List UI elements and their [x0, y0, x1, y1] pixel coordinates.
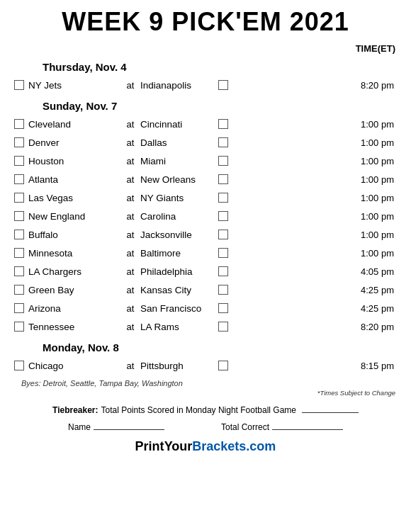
game-row: Tennessee at LA Rams 8:20 pm: [14, 317, 397, 336]
section-header-1: Sunday, Nov. 7: [43, 100, 397, 112]
team-home-1-3: Atlanta: [28, 174, 120, 185]
checkbox-home-1-5[interactable]: [14, 211, 24, 221]
checkbox-home-1-1[interactable]: [14, 137, 24, 147]
checkbox-away-1-8[interactable]: [218, 266, 228, 276]
checkbox-away-1-4[interactable]: [218, 193, 228, 203]
brand-print: Print: [135, 439, 164, 453]
game-row: Minnesota at Baltimore 1:00 pm: [14, 244, 397, 262]
checkbox-home-1-4[interactable]: [14, 193, 24, 203]
checkbox-away-1-11[interactable]: [218, 322, 228, 332]
team-away-1-0: Cincinnati: [140, 119, 218, 130]
team-away-wrap-1-0: Cincinnati: [140, 119, 232, 130]
checkbox-away-1-5[interactable]: [218, 211, 228, 221]
team-away-wrap-1-8: Philadelphia: [140, 266, 232, 277]
game-time-0-0: 8:20 pm: [232, 80, 397, 91]
game-row: Chicago at Pittsburgh 8:15 pm: [14, 356, 397, 375]
at-label: at: [120, 303, 140, 314]
brand-your: Your: [164, 439, 193, 453]
checkbox-home-1-3[interactable]: [14, 174, 24, 184]
team-away-wrap-0-0: Indianapolis: [140, 80, 232, 91]
tiebreaker-text: Total Points Scored in Monday Night Foot…: [101, 405, 296, 415]
at-label: at: [120, 285, 140, 295]
game-time-1-3: 1:00 pm: [232, 174, 397, 185]
checkbox-home-1-9[interactable]: [14, 285, 24, 295]
game-time-1-6: 1:00 pm: [232, 230, 397, 240]
checkbox-home-1-11[interactable]: [14, 322, 24, 332]
game-row: Atlanta at New Orleans 1:00 pm: [14, 170, 397, 188]
team-home-1-1: Denver: [28, 137, 120, 148]
at-label: at: [120, 80, 140, 91]
team-away-wrap-1-2: Miami: [140, 156, 232, 166]
team-away-wrap-1-11: LA Rams: [140, 322, 232, 332]
checkbox-away-1-1[interactable]: [218, 137, 228, 147]
team-away-wrap-1-4: NY Giants: [140, 193, 232, 203]
title: WEEK 9 PICK'EM 2021: [14, 7, 397, 36]
team-away-1-9: Kansas City: [140, 285, 218, 295]
at-label: at: [120, 211, 140, 222]
name-field[interactable]: [94, 429, 164, 430]
team-away-wrap-1-9: Kansas City: [140, 285, 232, 295]
team-home-2-0: Chicago: [28, 361, 120, 371]
brand-brackets: Brackets: [192, 439, 246, 453]
team-away-1-1: Dallas: [140, 137, 218, 148]
game-time-1-9: 4:25 pm: [232, 285, 397, 295]
checkbox-away-2-0[interactable]: [218, 361, 228, 370]
team-away-wrap-1-7: Baltimore: [140, 248, 232, 259]
at-label: at: [120, 322, 140, 332]
game-row: LA Chargers at Philadelphia 4:05 pm: [14, 262, 397, 281]
checkbox-home-1-0[interactable]: [14, 119, 24, 129]
checkbox-away-1-7[interactable]: [218, 248, 228, 258]
checkbox-home-0-0[interactable]: [14, 80, 24, 90]
checkbox-away-1-10[interactable]: [218, 303, 228, 313]
brand[interactable]: PrintYourBrackets.com: [14, 439, 397, 454]
checkbox-away-0-0[interactable]: [218, 80, 228, 90]
game-row: Cleveland at Cincinnati 1:00 pm: [14, 115, 397, 133]
at-label: at: [120, 119, 140, 130]
game-time-1-4: 1:00 pm: [232, 193, 397, 203]
at-label: at: [120, 193, 140, 203]
at-label: at: [120, 361, 140, 371]
team-home-1-10: Arizona: [28, 303, 120, 314]
checkbox-home-1-6[interactable]: [14, 230, 24, 239]
team-away-1-5: Carolina: [140, 211, 218, 222]
team-away-1-10: San Francisco: [140, 303, 218, 314]
game-time-2-0: 8:15 pm: [232, 361, 397, 371]
team-away-1-4: NY Giants: [140, 193, 218, 203]
checkbox-home-1-2[interactable]: [14, 156, 24, 166]
checkbox-home-1-8[interactable]: [14, 266, 24, 276]
game-row: Houston at Miami 1:00 pm: [14, 152, 397, 170]
game-time-1-10: 4:25 pm: [232, 303, 397, 314]
team-home-1-8: LA Chargers: [28, 266, 120, 277]
team-away-wrap-1-10: San Francisco: [140, 303, 232, 314]
total-correct-label: Total Correct: [221, 422, 269, 432]
tiebreaker-label: Tiebreaker:: [52, 405, 98, 415]
tiebreaker-underline: [302, 412, 359, 413]
checkbox-away-1-6[interactable]: [218, 230, 228, 239]
at-label: at: [120, 137, 140, 148]
game-row: New England at Carolina 1:00 pm: [14, 207, 397, 225]
game-time-1-2: 1:00 pm: [232, 156, 397, 166]
at-label: at: [120, 230, 140, 240]
name-label: Name: [68, 422, 91, 432]
team-home-1-5: New England: [28, 211, 120, 222]
checkbox-away-1-3[interactable]: [218, 174, 228, 184]
team-away-wrap-1-3: New Orleans: [140, 174, 232, 185]
checkbox-away-1-9[interactable]: [218, 285, 228, 295]
team-away-2-0: Pittsburgh: [140, 361, 218, 371]
team-away-1-2: Miami: [140, 156, 218, 166]
total-correct-field[interactable]: [272, 429, 343, 430]
team-home-1-11: Tennessee: [28, 322, 120, 332]
game-row: Green Bay at Kansas City 4:25 pm: [14, 281, 397, 299]
team-home-1-2: Houston: [28, 156, 120, 166]
checkbox-home-1-10[interactable]: [14, 303, 24, 313]
time-header: TIME(ET): [356, 43, 397, 54]
checkbox-home-2-0[interactable]: [14, 361, 24, 370]
game-time-1-8: 4:05 pm: [232, 266, 397, 277]
game-time-1-11: 8:20 pm: [232, 322, 397, 332]
checkbox-away-1-0[interactable]: [218, 119, 228, 129]
game-row: Denver at Dallas 1:00 pm: [14, 133, 397, 152]
checkbox-away-1-2[interactable]: [218, 156, 228, 166]
team-away-1-8: Philadelphia: [140, 266, 218, 277]
checkbox-home-1-7[interactable]: [14, 248, 24, 258]
team-away-1-6: Jacksonville: [140, 230, 218, 240]
